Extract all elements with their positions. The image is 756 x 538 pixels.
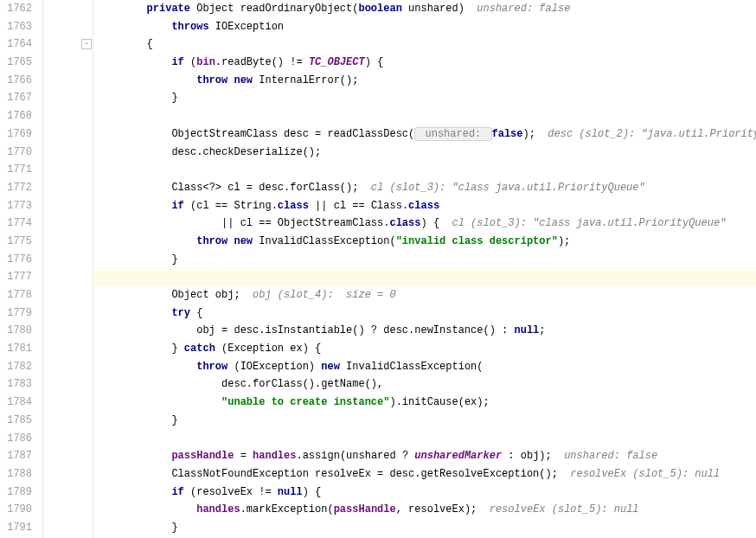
code-line[interactable]: if (cl == String.class || cl == Class.cl… <box>93 197 756 215</box>
code-line[interactable] <box>93 268 756 286</box>
code-token: markException <box>247 503 328 516</box>
code-token: { <box>147 38 153 50</box>
code-token: } <box>171 253 177 266</box>
line-number: 1762 <box>3 0 32 18</box>
code-line[interactable]: { <box>93 35 756 54</box>
code-line[interactable]: if (resolveEx != null) { <box>93 484 756 502</box>
code-line[interactable]: } <box>93 89 756 107</box>
code-token: cl (slot_3): "class java.util.PriorityQu… <box>371 182 645 194</box>
code-token: ( <box>184 56 196 68</box>
line-number: 1770 <box>3 144 32 162</box>
line-number: 1788 <box>3 465 32 484</box>
line-number: 1767 <box>3 89 32 107</box>
code-token: .assign(unshared ? <box>296 450 414 462</box>
code-token: if <box>171 486 183 498</box>
code-token: obj = desc.isInstantiable() ? desc.newIn… <box>196 324 514 336</box>
code-token: || cl == Class. <box>309 200 408 212</box>
code-line[interactable]: "unable to create instance").initCause(e… <box>93 394 756 412</box>
code-token: if <box>171 200 183 212</box>
code-line[interactable]: Class<?> cl = desc.forClass(); cl (slot_… <box>93 179 756 197</box>
line-number: 1778 <box>3 286 32 304</box>
code-line[interactable] <box>93 430 756 448</box>
code-token: desc.checkDeserialize(); <box>171 146 321 158</box>
code-line[interactable]: handles.markException(passHandle, resolv… <box>93 501 756 519</box>
line-number: 1769 <box>3 125 32 144</box>
code-token: ); <box>558 235 570 247</box>
line-number: 1777 <box>3 268 32 286</box>
code-token: : obj); <box>502 450 564 462</box>
code-token: readOrdinaryObject <box>240 3 353 15</box>
code-line[interactable]: } <box>93 412 756 430</box>
code-line[interactable]: obj = desc.isInstantiable() ? desc.newIn… <box>93 322 756 340</box>
line-number: 1782 <box>3 358 32 376</box>
code-token: (Exception ex) { <box>215 343 321 355</box>
code-token: obj (slot_4): size = 0 <box>253 289 396 301</box>
code-line[interactable]: } <box>93 251 756 269</box>
fold-icon[interactable]: − <box>81 39 92 49</box>
code-token: throw new <box>196 74 253 86</box>
code-line[interactable]: private Object readOrdinaryObject(boolea… <box>93 0 756 18</box>
code-line[interactable]: Object obj; obj (slot_4): size = 0 <box>93 286 756 304</box>
code-token: "invalid class descriptor" <box>396 235 558 247</box>
code-token: class <box>278 200 309 212</box>
line-number: 1766 <box>3 72 32 90</box>
line-number: 1784 <box>3 394 32 412</box>
code-line[interactable] <box>93 107 756 125</box>
code-token: boolean <box>358 3 401 15</box>
code-line[interactable]: || cl == ObjectStreamClass.class) { cl (… <box>93 215 756 233</box>
line-number: 1779 <box>3 304 32 323</box>
code-token: if <box>171 56 183 68</box>
code-token: null <box>514 324 539 336</box>
code-token: } <box>171 522 177 534</box>
code-line[interactable] <box>93 161 756 179</box>
code-token: IOException <box>209 21 284 33</box>
code-token: || cl == ObjectStreamClass. <box>221 217 389 229</box>
code-line[interactable]: passHandle = handles.assign(unshared ? u… <box>93 447 756 465</box>
code-line[interactable]: } <box>93 519 756 537</box>
code-line[interactable]: ObjectStreamClass desc = readClassDesc( … <box>93 125 756 144</box>
code-line[interactable]: throw (IOException) new InvalidClassExce… <box>93 358 756 376</box>
line-number: 1765 <box>3 54 32 72</box>
code-token: ) { <box>303 486 322 498</box>
code-token: catch <box>184 343 215 355</box>
code-line[interactable]: throw new InvalidClassException("invalid… <box>93 233 756 251</box>
code-token: class <box>389 217 420 229</box>
code-token: unshared) <box>402 3 477 15</box>
line-number: 1775 <box>3 233 32 251</box>
code-token: resolveEx (slot_5): null <box>570 468 720 480</box>
line-number: 1781 <box>3 340 32 358</box>
line-number: 1790 <box>3 501 32 519</box>
code-token: try <box>171 307 190 319</box>
code-token: (IOException) <box>227 361 321 373</box>
code-line[interactable]: throw new InternalError(); <box>93 72 756 90</box>
code-token: false <box>492 128 523 140</box>
code-token: InvalidClassException( <box>340 361 484 373</box>
fold-gutter: − <box>43 0 93 538</box>
code-token: ) { <box>365 56 384 68</box>
code-token: , resolveEx); <box>396 503 490 516</box>
code-line[interactable]: throws IOException <box>93 18 756 36</box>
code-line[interactable]: } catch (Exception ex) { <box>93 340 756 358</box>
parameter-hint: unshared: <box>414 127 491 141</box>
line-number: 1772 <box>3 179 32 197</box>
code-token: handles <box>253 450 296 462</box>
code-line[interactable]: desc.forClass().getName(), <box>93 375 756 394</box>
code-line[interactable]: try { <box>93 304 756 323</box>
code-token: InternalError(); <box>253 74 358 86</box>
code-editor[interactable]: private Object readOrdinaryObject(boolea… <box>93 0 756 538</box>
code-token: Object <box>190 3 240 15</box>
code-token: (cl == String. <box>184 200 278 212</box>
code-token: .readByte() != <box>215 56 309 68</box>
code-token: TC_OBJECT <box>309 56 365 68</box>
line-number: 1785 <box>3 412 32 430</box>
code-token: ClassNotFoundException resolveEx = desc.… <box>171 468 570 480</box>
line-number: 1763 <box>3 18 32 36</box>
code-line[interactable]: desc.checkDeserialize(); <box>93 144 756 162</box>
code-line[interactable]: if (bin.readByte() != TC_OBJECT) { <box>93 54 756 72</box>
line-number: 1787 <box>3 447 32 465</box>
code-line[interactable]: ClassNotFoundException resolveEx = desc.… <box>93 465 756 484</box>
code-token: throw new <box>196 235 253 247</box>
code-token: private <box>147 3 190 15</box>
code-token: unshared: false <box>477 3 570 15</box>
code-token: resolveEx (slot_5): null <box>490 503 639 516</box>
